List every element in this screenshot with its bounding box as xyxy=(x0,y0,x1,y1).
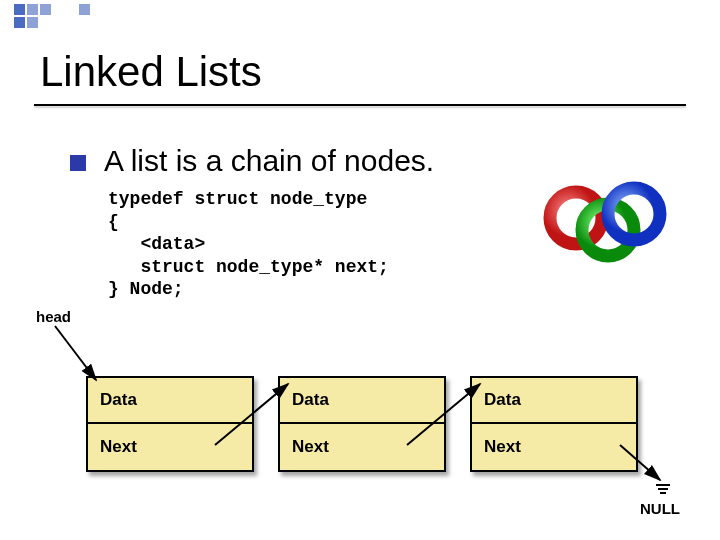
node-next-field: Next xyxy=(88,424,252,470)
list-node: Data Next xyxy=(278,376,446,472)
slide-title: Linked Lists xyxy=(40,48,262,96)
bullet-text: A list is a chain of nodes. xyxy=(104,144,434,178)
code-line: <data> xyxy=(108,234,205,254)
bullet-point: A list is a chain of nodes. xyxy=(70,144,434,178)
null-label: NULL xyxy=(640,500,680,517)
bullet-icon xyxy=(70,155,86,171)
null-ground-icon xyxy=(656,484,670,494)
chain-rings-illustration xyxy=(540,174,670,284)
list-node: Data Next xyxy=(470,376,638,472)
code-block: typedef struct node_type { <data> struct… xyxy=(108,188,389,301)
code-line: { xyxy=(108,212,119,232)
svg-line-3 xyxy=(55,326,96,380)
node-next-field: Next xyxy=(280,424,444,470)
node-data-field: Data xyxy=(88,378,252,424)
code-line: struct node_type* next; xyxy=(108,257,389,277)
code-line: } Node; xyxy=(108,279,184,299)
node-data-field: Data xyxy=(472,378,636,424)
svg-point-0 xyxy=(550,192,602,244)
head-label: head xyxy=(36,308,71,325)
slide-decoration xyxy=(0,0,90,28)
title-divider xyxy=(34,104,686,106)
node-next-field: Next xyxy=(472,424,636,470)
code-line: typedef struct node_type xyxy=(108,189,367,209)
list-node: Data Next xyxy=(86,376,254,472)
node-data-field: Data xyxy=(280,378,444,424)
